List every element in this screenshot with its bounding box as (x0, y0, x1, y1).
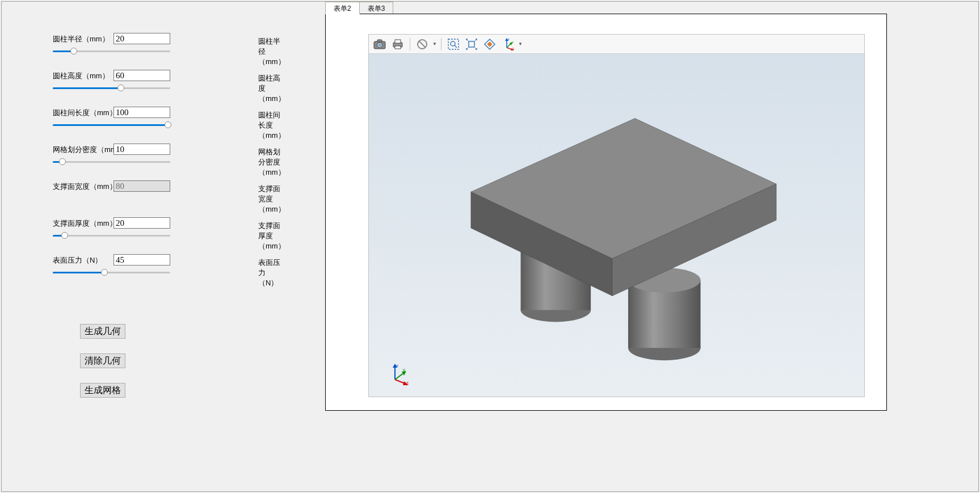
svg-rect-5 (395, 40, 401, 43)
svg-text:z: z (508, 37, 510, 41)
param-mirror-label: 支撑面厚度（mm） (258, 221, 285, 251)
param-mirror-label: 圆柱高度（mm） (258, 73, 285, 104)
param-input[interactable] (113, 144, 170, 155)
slider-thumb[interactable] (61, 232, 68, 239)
param-row: 支撑面宽度（mm）支撑面宽度（mm） (53, 180, 285, 217)
action-buttons: 生成几何 清除几何 生成网格 (80, 324, 325, 398)
param-slider[interactable] (53, 120, 170, 130)
param-row: 圆柱间长度（mm）圆柱间长度（mm） (53, 107, 285, 144)
snapshot-icon[interactable] (371, 36, 388, 52)
slider-fill (53, 87, 121, 89)
svg-text:x: x (512, 47, 514, 50)
param-mirror-label: 支撑面宽度（mm） (258, 184, 285, 214)
param-row: 支撑面厚度（mm）支撑面厚度（mm） (53, 217, 285, 254)
param-mirror-label: 表面压力（N） (258, 258, 285, 288)
slider-fill (53, 272, 104, 273)
svg-rect-1 (377, 40, 382, 42)
svg-line-39 (395, 373, 404, 380)
slider-track (53, 161, 170, 163)
viewport-frame: ▼ (325, 14, 887, 411)
slider-thumb[interactable] (70, 48, 77, 54)
param-row: 表面压力（N）表面压力（N） (53, 254, 285, 291)
slider-thumb[interactable] (117, 85, 124, 91)
clear-geometry-button[interactable]: 清除几何 (80, 353, 125, 368)
slider-fill (53, 124, 168, 126)
svg-rect-6 (395, 46, 401, 49)
param-row: 网格划分密度（mm）网格划分密度（mm） (53, 144, 285, 180)
param-input[interactable] (113, 107, 170, 118)
tab-form2[interactable]: 表单2 (325, 2, 360, 14)
param-mirror-label: 网格划分密度（mm） (258, 147, 285, 178)
toolbar-separator (410, 38, 410, 50)
axis-orientation-icon[interactable]: z y x (499, 36, 516, 52)
svg-marker-14 (487, 42, 492, 47)
param-mirror-label: 圆柱半径（mm） (258, 36, 285, 67)
zoom-extents-icon[interactable] (463, 36, 480, 52)
slider-thumb[interactable] (101, 269, 108, 276)
svg-text:z: z (396, 363, 398, 368)
zoom-box-icon[interactable] (445, 36, 462, 52)
param-label: 圆柱间长度（mm） (53, 108, 117, 118)
viewport-toolbar: ▼ (369, 35, 864, 54)
svg-text:y: y (512, 40, 514, 44)
no-selection-icon[interactable] (414, 36, 431, 52)
param-row: 圆柱半径（mm）圆柱半径（mm） (53, 33, 285, 70)
svg-point-10 (451, 41, 455, 46)
svg-rect-9 (448, 39, 459, 49)
param-slider[interactable] (53, 47, 170, 57)
svg-text:y: y (403, 367, 405, 372)
model-svg (369, 54, 864, 397)
fit-view-icon[interactable] (481, 36, 498, 52)
tabs-bar: 表单2 表单3 (325, 2, 393, 14)
param-mirror-label: 圆柱间长度（mm） (258, 110, 285, 141)
param-slider[interactable] (53, 231, 170, 241)
main-window: 表单2 表单3 圆柱半径（mm）圆柱半径（mm）圆柱高度（mm）圆柱高度（mm）… (1, 1, 979, 492)
svg-line-8 (419, 41, 426, 47)
param-input[interactable] (113, 33, 170, 44)
slider-thumb[interactable] (165, 121, 171, 128)
param-label: 支撑面宽度（mm） (53, 182, 117, 192)
param-input (113, 180, 170, 192)
generate-mesh-button[interactable]: 生成网格 (80, 383, 125, 398)
param-slider[interactable] (53, 268, 170, 278)
slider-thumb[interactable] (59, 158, 66, 165)
svg-rect-12 (469, 41, 474, 47)
param-label: 支撑面厚度（mm） (53, 218, 117, 229)
left-panel: 圆柱半径（mm）圆柱半径（mm）圆柱高度（mm）圆柱高度（mm）圆柱间长度（mm… (2, 2, 325, 491)
param-slider[interactable] (53, 157, 170, 167)
dropdown-arrow-icon[interactable]: ▼ (518, 36, 523, 52)
slider-track (53, 235, 170, 237)
param-label: 圆柱高度（mm） (53, 71, 110, 81)
svg-text:x: x (406, 380, 409, 385)
param-input[interactable] (113, 217, 170, 229)
tab-form3[interactable]: 表单3 (359, 2, 394, 14)
generate-geometry-button[interactable]: 生成几何 (80, 324, 125, 339)
dropdown-arrow-icon[interactable]: ▼ (432, 36, 438, 52)
param-input[interactable] (113, 70, 170, 81)
param-input[interactable] (113, 254, 170, 266)
viewport-3d[interactable]: ▼ (368, 34, 865, 397)
svg-point-3 (378, 44, 381, 47)
toolbar-separator (441, 38, 441, 50)
axis-triad: z x y (389, 363, 412, 385)
param-slider[interactable] (53, 83, 170, 94)
param-row: 圆柱高度（mm）圆柱高度（mm） (53, 70, 285, 107)
param-label: 圆柱半径（mm） (53, 34, 110, 44)
model-3d-view[interactable] (369, 54, 864, 397)
svg-line-11 (455, 45, 457, 48)
param-label: 表面压力（N） (53, 255, 102, 266)
print-icon[interactable] (389, 36, 406, 52)
